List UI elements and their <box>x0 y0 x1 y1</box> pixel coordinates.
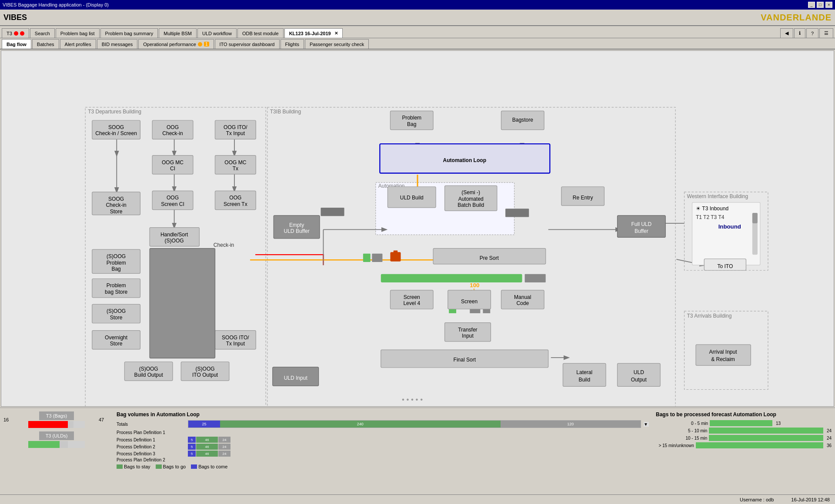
tab-alert-profiles[interactable]: Alert profiles <box>60 39 96 49</box>
re-entry-label: Re Entry <box>573 195 593 201</box>
forecast-num-1: 24 <box>827 428 832 433</box>
t3-bags-row: 16 T3 (Bags) 47 <box>3 411 110 428</box>
minimize-button[interactable]: _ <box>808 2 815 8</box>
inbound-label: Inbound <box>718 223 741 230</box>
uld-output-label2: Output <box>631 377 647 383</box>
problem-bag-label2: Bag <box>407 121 416 127</box>
t3-inbound-box <box>692 202 760 265</box>
forecast-label-0: 0 - 5 min <box>656 421 708 426</box>
full-uld-label2: Buffer <box>635 228 648 234</box>
tab-bag-flow[interactable]: Bag flow <box>2 39 31 49</box>
tab-odb-test[interactable]: ODB test module <box>237 28 284 38</box>
forecast-num-3: 36 <box>827 443 832 448</box>
tab-flights[interactable]: Flights <box>281 39 304 49</box>
forecast-panel: Bags to be processed forecast Automation… <box>652 408 835 494</box>
tab-operational-performance[interactable]: Operational performance 1 <box>138 39 214 49</box>
forecast-title: Bags to be processed forecast Automation… <box>656 411 832 418</box>
legend-come: Bags to come <box>191 464 227 469</box>
totals-row: Totals 25 240 120 ▼ <box>117 420 649 428</box>
soog-store-label2: Store <box>110 315 123 321</box>
pdef3-label: Process Definition 3 <box>117 451 186 456</box>
legend-stay-label: Bags to stay <box>124 464 150 469</box>
soog-pb-label3: Bag <box>111 266 120 272</box>
tab-uld-workflow[interactable]: ULD workflow <box>197 28 237 38</box>
oog-mc-ci-label1: OOG MC <box>162 159 184 166</box>
legend-come-color <box>191 464 197 469</box>
tab-passenger-security[interactable]: Passenger security check <box>305 39 369 49</box>
nav-prev-icon[interactable]: ◀ <box>780 28 793 38</box>
tab-problem-bag-list[interactable]: Problem bag list <box>56 28 100 38</box>
bag-volumes-title: Bag volumes in Automation Loop <box>117 411 649 418</box>
scroll-down-btn[interactable]: ▼ <box>644 422 649 427</box>
tab-kl123[interactable]: KL123 16-Jul-2019 ✕ <box>284 28 343 38</box>
oog-checkin-label1: OOG <box>167 124 179 130</box>
tab-t3[interactable]: T3 <box>2 28 29 38</box>
ppdef2-label: Process Plan Definition 2 <box>117 458 186 462</box>
small-bar-3 <box>525 274 546 282</box>
handle-sort-label2: (S)OOG <box>165 238 184 244</box>
tab-multiple-bsm[interactable]: Multiple BSM <box>159 28 197 38</box>
soog-ito-input-label1: SOOG ITO/ <box>222 335 249 341</box>
info-icon[interactable]: ℹ <box>794 28 805 38</box>
expand-dots[interactable]: • • • • • <box>402 395 423 404</box>
t3-red-dot <box>14 31 18 36</box>
tab-close-icon[interactable]: ✕ <box>334 31 338 36</box>
op-perf-badge: 1 <box>204 42 209 46</box>
close-button[interactable]: × <box>825 2 832 8</box>
pb-store-label1: Problem <box>107 282 126 288</box>
forecast-num-2: 24 <box>827 436 832 441</box>
semi-auto-label1: (Semi -) <box>461 189 480 196</box>
t3-arrivals-label: T3 Arrivals Building <box>687 313 732 319</box>
forecast-row-2: 10 - 15 min 24 <box>656 435 832 441</box>
soog-build-out-label2: Build Output <box>134 372 164 378</box>
tab-ito-supervisor[interactable]: ITO supervisor dashboard <box>215 39 280 49</box>
t3ib-label: T3IB Building <box>270 109 301 115</box>
semi-auto-label2: Automated <box>458 196 484 202</box>
oog-mc-ci-label2: CI <box>170 166 175 172</box>
inbound-tabs: T1 T2 T3 T4 <box>696 214 725 220</box>
western-label: Western Interface Building <box>687 193 748 199</box>
status-bar: Username : odb 16-Jul-2019 12:48 <box>0 494 835 504</box>
soog-ci-store-label1: SOOG <box>108 196 124 202</box>
window-controls[interactable]: _ □ × <box>808 2 832 8</box>
to-ito-label: To ITO <box>717 263 733 269</box>
tab-batches[interactable]: Batches <box>32 39 59 49</box>
soog-store-label1: (S)OOG <box>107 308 126 314</box>
diagram-area[interactable]: T3 Departures Building T3IB Building Wes… <box>1 50 834 407</box>
count-100: 100 <box>470 282 479 288</box>
full-uld-label1: Full ULD <box>631 221 651 227</box>
oog-checkin-label2: Check-in <box>162 130 183 136</box>
soog-checkin-text2: Check-in / Screen <box>95 130 137 136</box>
soog-checkin-text: SOOG <box>108 124 124 130</box>
title-bar: VIBES Baggage Handling application - (Di… <box>0 0 835 10</box>
problem-bag-label1: Problem <box>402 115 421 121</box>
inbound-scrollbar-thumb <box>752 213 758 223</box>
maximize-button[interactable]: □ <box>817 2 824 8</box>
oog-ito-tx-label1: OOG ITO/ <box>224 124 247 130</box>
overnight-store-label2: Store <box>110 341 123 347</box>
empty-uld-label1: Empty <box>289 222 304 228</box>
soog-ito-out-label1: (S)OOG <box>196 366 215 372</box>
tab-search[interactable]: Search <box>30 28 55 38</box>
primary-tabs: T3 Search Problem bag list Problem bag s… <box>0 26 835 38</box>
menu-icon[interactable]: ☰ <box>819 28 833 38</box>
empty-uld-label2: ULD Buffer <box>284 228 310 234</box>
ppdef1-label: Process Plan Definition 1 <box>117 430 186 435</box>
process-plan-def2-row: Process Plan Definition 2 <box>117 458 649 462</box>
tab-bid-messages[interactable]: BID messages <box>97 39 138 49</box>
soog-pb-label2: Problem <box>107 260 126 266</box>
tab-problem-bag-summary[interactable]: Problem bag summary <box>100 28 158 38</box>
left-stats-panel: 16 T3 (Bags) 47 T3 (ULDs) <box>0 408 113 494</box>
arrival-input-label1: Arrival Input <box>709 349 737 355</box>
window-title: VIBES Baggage Handling application - (Di… <box>3 2 808 7</box>
help-icon[interactable]: ? <box>806 28 818 38</box>
t3-inbound-title: ☀ T3 Inbound <box>696 206 728 212</box>
screen-level4-label2: Level 4 <box>403 300 420 306</box>
checkin-label: Check-in <box>214 242 234 248</box>
forecast-bar-2 <box>709 435 823 441</box>
forecast-label-1: 5 - 10 min <box>656 428 707 433</box>
legend: Bags to stay Bags to go Bags to come <box>117 464 649 469</box>
overnight-store-label1: Overnight <box>105 335 128 341</box>
t3-bags-right-num: 47 <box>99 417 110 422</box>
datetime-display: 16-Jul-2019 12:48 <box>791 497 830 502</box>
